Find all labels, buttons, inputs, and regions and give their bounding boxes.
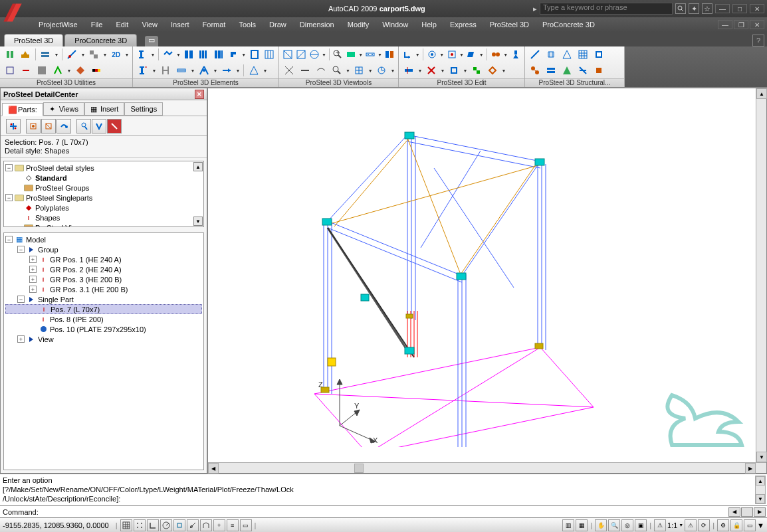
tab-proconcrete-3d[interactable]: ProConcrete 3D xyxy=(64,34,137,46)
ed-btn-r4[interactable] xyxy=(469,63,484,78)
vt-btn-r1[interactable] xyxy=(282,63,296,78)
ed-btn-4[interactable] xyxy=(465,47,478,62)
pan-button[interactable]: ✋ xyxy=(595,519,607,531)
tab-insert[interactable]: ▦Insert xyxy=(84,102,125,116)
expander-icon[interactable]: − xyxy=(5,236,13,243)
elem-btn-r5-drop[interactable]: ▼ xyxy=(235,63,241,78)
vt-btn-5-drop[interactable]: ▼ xyxy=(358,47,363,62)
vt-btn-6-drop[interactable]: ▼ xyxy=(378,47,382,62)
menu-express[interactable]: Express xyxy=(443,21,483,29)
menu-edit[interactable]: Edit xyxy=(109,21,135,29)
comm-center-icon[interactable]: ✦ xyxy=(689,3,699,14)
tree-pos-7[interactable]: I Pos. 7 (L 70x7) xyxy=(5,304,202,314)
ducs-button[interactable] xyxy=(200,519,212,531)
toolbar-lock-button[interactable]: 🔒 xyxy=(730,519,742,531)
ed-btn-3-drop[interactable]: ▼ xyxy=(459,47,464,62)
expander-icon[interactable]: + xyxy=(29,256,37,263)
util-btn-2d[interactable]: 2D xyxy=(109,47,123,62)
util-btn-5-drop[interactable]: ▼ xyxy=(102,47,108,62)
ed-btn-5-drop[interactable]: ▼ xyxy=(503,47,508,62)
workspace-switch-button[interactable]: ⚙ xyxy=(717,519,729,531)
tree-views[interactable]: ProSteel Views xyxy=(5,222,202,227)
tree-pos-8[interactable]: I Pos. 8 (IPE 200) xyxy=(5,314,202,324)
st-btn-r3[interactable] xyxy=(560,63,574,78)
command-history[interactable]: Enter an option [?/Make/Set/New/Rename/O… xyxy=(0,474,767,505)
util-btn-r2[interactable] xyxy=(19,63,33,78)
menu-format[interactable]: Format xyxy=(196,21,233,29)
viewport-hscroll[interactable]: ◀ ▶ xyxy=(208,462,766,473)
st-btn-5[interactable] xyxy=(592,47,606,62)
ed-btn-r1-drop[interactable]: ▼ xyxy=(417,63,423,78)
vt-btn-2[interactable] xyxy=(295,47,307,62)
clean-screen-button[interactable]: ▭ xyxy=(744,519,756,531)
scroll-up-icon[interactable]: ▲ xyxy=(756,88,767,99)
ed-btn-5[interactable] xyxy=(490,47,502,62)
polar-button[interactable] xyxy=(160,519,172,531)
util-btn-3-drop[interactable]: ▼ xyxy=(54,47,59,62)
scale-drop-icon[interactable]: ▼ xyxy=(679,523,683,527)
ortho-button[interactable] xyxy=(147,519,159,531)
doc-minimize-button[interactable]: — xyxy=(718,20,732,29)
ed-btn-r1[interactable] xyxy=(401,63,416,78)
expander-icon[interactable]: − xyxy=(17,246,25,253)
tab-views[interactable]: ✦Views xyxy=(43,102,84,116)
ed-btn-r3-drop[interactable]: ▼ xyxy=(463,63,468,78)
vt-btn-r6-drop[interactable]: ▼ xyxy=(390,63,395,78)
util-btn-r4-drop[interactable]: ▼ xyxy=(66,63,72,78)
st-btn-r1[interactable] xyxy=(528,63,542,78)
elem-btn-r3[interactable] xyxy=(174,63,189,78)
command-input-line[interactable]: Command: ◀ ▶ xyxy=(0,505,767,517)
dc-tool-5[interactable] xyxy=(76,119,91,133)
dc-tool-4[interactable] xyxy=(56,119,71,133)
elem-btn-6[interactable] xyxy=(227,47,240,62)
cmd-scroll-right[interactable]: ▶ xyxy=(754,507,766,517)
detailcenter-close-button[interactable]: ✕ xyxy=(195,90,204,99)
vt-btn-1[interactable] xyxy=(282,47,294,62)
menu-modify[interactable]: Modify xyxy=(341,21,376,29)
model-space-button[interactable]: ▥ xyxy=(562,519,574,531)
ed-btn-2-drop[interactable]: ▼ xyxy=(439,47,444,62)
vt-btn-r6[interactable] xyxy=(374,63,389,78)
model-tree[interactable]: − ▦ Model − Group + I GR Pos. 1 (HE 240 … xyxy=(3,232,204,470)
cmd-scroll-left[interactable]: ◀ xyxy=(728,507,740,517)
scroll-right-icon[interactable]: ▶ xyxy=(745,463,756,474)
util-btn-1[interactable] xyxy=(3,47,17,62)
annotation-autoscale-button[interactable]: ⟳ xyxy=(698,519,710,531)
util-btn-2[interactable] xyxy=(18,47,32,62)
tree-view[interactable]: + View xyxy=(5,334,202,344)
menu-file[interactable]: File xyxy=(84,21,110,29)
search-input[interactable]: Type a keyword or phrase xyxy=(540,3,673,15)
showmotion-button[interactable]: ▣ xyxy=(635,519,647,531)
vt-btn-r5-drop[interactable]: ▼ xyxy=(368,63,373,78)
elem-btn-r3-drop[interactable]: ▼ xyxy=(190,63,195,78)
lwt-button[interactable]: ≡ xyxy=(227,519,239,531)
style-tree-scroll-up[interactable]: ▲ xyxy=(193,162,203,171)
ed-btn-r5[interactable] xyxy=(485,63,500,78)
elem-btn-8[interactable] xyxy=(263,47,276,62)
tree-singleparts[interactable]: − ProSteel Singleparts xyxy=(5,193,202,203)
dc-tool-3[interactable] xyxy=(41,119,56,133)
dc-tool-6[interactable] xyxy=(92,119,106,133)
status-coordinates[interactable]: -9155.2835, 12085.9360, 0.0000 xyxy=(3,521,109,529)
st-btn-r5[interactable] xyxy=(592,63,606,78)
elem-btn-1-drop[interactable]: ▼ xyxy=(150,47,155,62)
layout-quick-button[interactable]: ▦ xyxy=(576,519,588,531)
elem-btn-r1[interactable] xyxy=(136,63,150,78)
menu-insert[interactable]: Insert xyxy=(164,21,196,29)
tree-gr-pos-1[interactable]: + I GR Pos. 1 (HE 240 A) xyxy=(5,254,202,264)
grid-button[interactable] xyxy=(134,519,146,531)
vt-btn-r4-drop[interactable]: ▼ xyxy=(345,63,350,78)
vt-btn-6[interactable] xyxy=(364,47,376,62)
util-btn-5[interactable] xyxy=(87,47,101,62)
menu-prosteel[interactable]: ProSteel 3D xyxy=(483,21,536,29)
otrack-button[interactable] xyxy=(187,519,199,531)
doc-restore-button[interactable]: ❐ xyxy=(734,20,748,29)
tree-shapes[interactable]: I Shapes xyxy=(5,213,202,222)
statusbar-menu-icon[interactable]: ▼ xyxy=(757,521,764,529)
tree-gr-pos-3[interactable]: + I GR Pos. 3 (HE 200 B) xyxy=(5,274,202,284)
tab-parts[interactable]: 🟥Parts: xyxy=(2,103,43,116)
tab-prosteel-3d[interactable]: ProSteel 3D xyxy=(4,34,63,46)
snap-button[interactable] xyxy=(120,519,132,531)
st-btn-r4[interactable] xyxy=(576,63,590,78)
tree-polyplates[interactable]: ◆ Polyplates xyxy=(5,203,202,213)
